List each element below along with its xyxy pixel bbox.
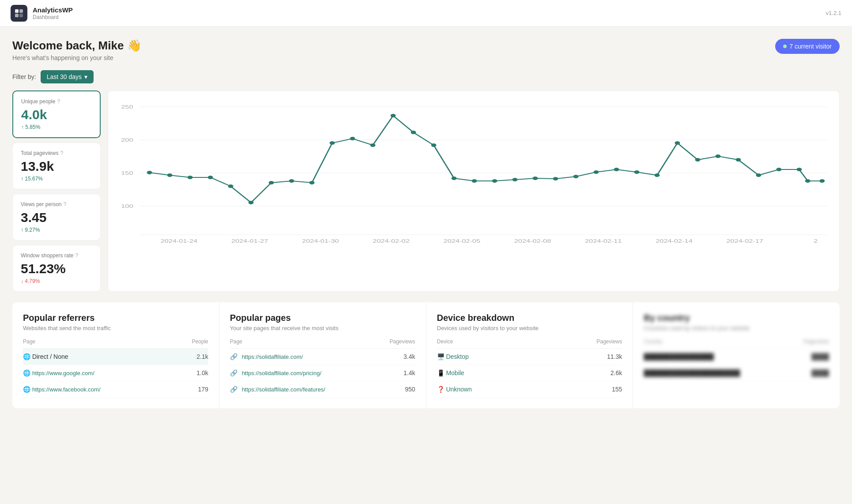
welcome-title: Welcome back, Mike 👋	[12, 39, 141, 53]
svg-point-42	[533, 177, 538, 180]
stat-change-unique-people: ↑ 5.85%	[21, 124, 92, 130]
device-link[interactable]: Desktop	[446, 353, 468, 360]
app-subtitle: Dashboard	[33, 14, 73, 20]
svg-point-33	[350, 137, 355, 140]
device-cell: 📱 Mobile	[437, 365, 544, 381]
stat-card-views-per-person[interactable]: Views per person ? 3.45 ↑ 9.27%	[12, 194, 101, 241]
stat-change-total-pageviews: ↑ 15.67%	[21, 176, 92, 182]
pages-col-page: Page	[230, 339, 376, 349]
device-value: 155	[544, 381, 622, 398]
svg-point-39	[472, 179, 477, 183]
device-cell: 🖥️ Desktop	[437, 349, 544, 365]
country-col-pageviews: Pageviews	[790, 339, 829, 349]
referrer-link[interactable]: https://www.facebook.com/	[32, 386, 101, 393]
referrers-col-page: Page	[23, 339, 176, 349]
stat-value-views-per-person: 3.45	[21, 210, 92, 225]
pages-table: Page Pageviews 🔗 https://solidaffiliate.…	[230, 339, 415, 398]
svg-rect-2	[15, 14, 19, 17]
svg-point-24	[167, 173, 173, 177]
stat-card-total-pageviews[interactable]: Total pageviews ? 13.9k ↑ 15.67%	[12, 143, 101, 189]
device-value: 11.3k	[544, 349, 622, 365]
page-value: 1.4k	[376, 365, 415, 381]
device-link[interactable]: Mobile	[446, 369, 464, 376]
filter-value: Last 30 days	[47, 73, 82, 80]
devices-title: Device breakdown	[437, 313, 622, 323]
filter-dropdown[interactable]: Last 30 days ▾	[41, 70, 94, 83]
referrer-cell: 🌐 https://www.google.com/	[23, 365, 176, 381]
globe-icon: 🌐	[23, 369, 30, 376]
live-indicator	[783, 45, 787, 48]
stat-card-unique-people[interactable]: Unique people ? 4.0k ↑ 5.85%	[12, 90, 101, 138]
svg-point-45	[594, 170, 599, 174]
info-icon-views-per-person[interactable]: ?	[64, 201, 67, 207]
current-visitor-button[interactable]: 7 current visitor	[775, 39, 840, 54]
page-link[interactable]: https://solidaffiliate.com/pricing/	[242, 370, 321, 376]
device-cell: ❓ Unknown	[437, 381, 544, 398]
pages-title: Popular pages	[230, 313, 415, 323]
svg-point-27	[228, 184, 234, 188]
svg-text:2024-01-27: 2024-01-27	[231, 238, 268, 244]
line-chart: 250 200 150 100 2024-01-24 2024-01-27 20…	[113, 98, 834, 248]
info-icon-total-pageviews[interactable]: ?	[60, 150, 63, 156]
svg-point-30	[289, 179, 294, 183]
svg-text:2: 2	[814, 238, 818, 244]
current-visitor-label: 7 current visitor	[789, 43, 832, 50]
info-icon-window-shoppers[interactable]: ?	[75, 252, 78, 259]
svg-text:200: 200	[121, 137, 133, 143]
bottom-panels: Popular referrers Websites that send the…	[12, 302, 840, 408]
info-icon-unique-people[interactable]: ?	[57, 98, 60, 105]
svg-point-32	[330, 141, 335, 145]
svg-point-47	[634, 170, 639, 174]
header-brand: AnalyticsWP Dashboard	[11, 5, 73, 22]
link-icon: 🔗	[230, 386, 238, 393]
svg-point-52	[735, 158, 741, 162]
svg-point-57	[819, 179, 825, 183]
page-cell: 🔗 https://solidaffiliate.com/pricing/	[230, 365, 376, 381]
table-row: 🔗 https://solidaffiliate.com/features/ 9…	[230, 381, 415, 398]
stat-card-window-shoppers[interactable]: Window shoppers rate ? 51.23% ↓ 4.79%	[12, 245, 101, 292]
stat-label-views-per-person: Views per person ?	[21, 201, 92, 207]
svg-point-50	[695, 158, 700, 162]
referrer-link[interactable]: https://www.google.com/	[32, 370, 94, 376]
svg-point-55	[796, 168, 802, 171]
svg-point-38	[452, 177, 457, 180]
svg-text:2024-02-08: 2024-02-08	[514, 238, 551, 244]
country-title: By country	[644, 313, 829, 323]
page-cell: 🔗 https://solidaffiliate.com/	[230, 349, 376, 365]
svg-point-36	[411, 131, 416, 134]
svg-point-28	[249, 201, 254, 204]
svg-point-25	[188, 176, 193, 179]
referrers-subtitle: Websites that send the most traffic	[23, 325, 208, 331]
device-link[interactable]: Unknown	[446, 386, 471, 393]
referrers-title: Popular referrers	[23, 313, 208, 323]
table-row: 🔗 https://solidaffiliate.com/pricing/ 1.…	[230, 365, 415, 381]
referrer-cell: 🌐 Direct / None	[23, 349, 176, 365]
country-col-country: Country	[644, 339, 790, 349]
table-row: 🖥️ Desktop 11.3k	[437, 349, 622, 365]
svg-text:2024-01-30: 2024-01-30	[302, 238, 339, 244]
stats-sidebar: Unique people ? 4.0k ↑ 5.85% Total pagev…	[12, 90, 101, 292]
page-link[interactable]: https://solidaffiliate.com/	[242, 354, 303, 360]
filter-row: Filter by: Last 30 days ▾	[12, 70, 840, 83]
page-link[interactable]: https://solidaffiliate.com/features/	[242, 386, 325, 393]
country-panel: By country Countries used by visitors to…	[633, 302, 840, 408]
svg-point-44	[573, 175, 579, 178]
svg-text:150: 150	[121, 170, 133, 176]
pages-subtitle: Your site pages that receive the most vi…	[230, 325, 415, 331]
svg-text:2024-01-24: 2024-01-24	[161, 238, 198, 244]
globe-icon: 🌐	[23, 353, 30, 360]
devices-col-device: Device	[437, 339, 544, 349]
pages-panel: Popular pages Your site pages that recei…	[219, 302, 426, 408]
stat-value-unique-people: 4.0k	[21, 107, 92, 122]
table-row: 🔗 https://solidaffiliate.com/ 3.4k	[230, 349, 415, 365]
svg-rect-1	[19, 9, 23, 13]
stat-value-window-shoppers: 51.23%	[21, 261, 92, 276]
welcome-section: Welcome back, Mike 👋 Here's what's happe…	[12, 39, 840, 61]
country-value: ████	[790, 349, 829, 365]
devices-subtitle: Devices used by visitors to your website	[437, 325, 622, 331]
version-label: v1.2.1	[826, 10, 841, 16]
svg-point-23	[147, 171, 152, 174]
svg-point-53	[756, 173, 761, 177]
country-cell: ██████████████████████	[644, 365, 790, 381]
pages-col-pageviews: Pageviews	[376, 339, 415, 349]
